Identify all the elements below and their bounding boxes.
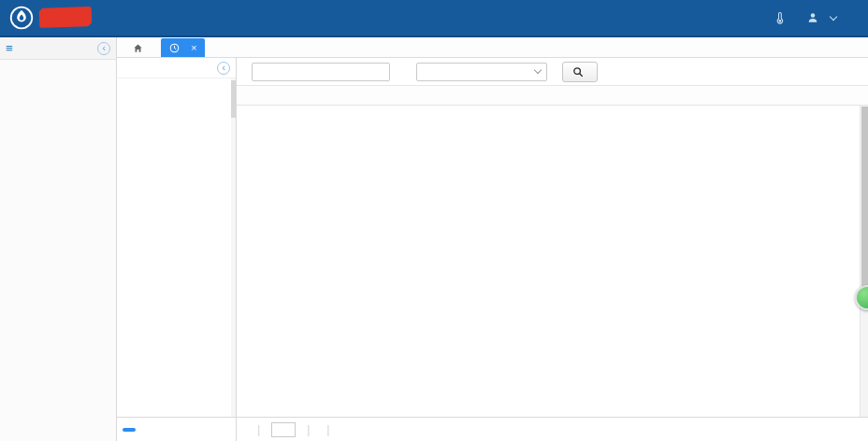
clock-icon (169, 43, 180, 53)
sidebar-header: ≡ ‹ (0, 37, 116, 60)
sidebar-collapse-button[interactable]: ‹ (97, 42, 110, 55)
start-time-field (252, 63, 390, 81)
company-flame-logo-icon (9, 6, 34, 30)
navigation-sidebar: ≡ ‹ (0, 37, 117, 441)
start-time-input[interactable] (253, 66, 390, 78)
temperature-indicator (774, 12, 790, 24)
content-area (237, 58, 868, 417)
user-icon (807, 12, 818, 23)
tab-problem-data[interactable]: × (161, 38, 205, 57)
close-icon[interactable]: × (191, 42, 196, 53)
tree-scrollbar[interactable] (231, 78, 236, 417)
search-icon (572, 66, 584, 78)
problem-table-body (237, 106, 868, 417)
redacted-company-name (39, 8, 91, 28)
home-icon (133, 43, 143, 53)
community-tree (117, 78, 236, 417)
thermometer-icon (774, 12, 786, 24)
menu-icon: ≡ (6, 41, 13, 55)
page-number-input[interactable] (271, 422, 296, 437)
app-window: ≡ ‹ × (0, 0, 868, 441)
alarm-type-select[interactable] (416, 63, 547, 81)
query-button[interactable] (562, 62, 598, 82)
filter-bar (237, 58, 868, 86)
top-header-bar (0, 0, 868, 37)
chevron-down-icon (830, 12, 837, 20)
table-header-row (237, 86, 868, 106)
tree-footer-tabs (117, 418, 237, 441)
tab-bar: × (117, 37, 868, 58)
user-menu[interactable] (807, 12, 836, 23)
tab-community-list[interactable] (123, 428, 136, 432)
pagination: | | | (237, 422, 335, 437)
tree-collapse-button[interactable]: ‹ (217, 62, 230, 75)
community-tree-panel: ‹ (117, 58, 237, 417)
bottom-bar: | | | (117, 417, 868, 441)
chevron-down-icon (534, 66, 542, 74)
table-scrollbar[interactable] (860, 106, 868, 417)
tab-home[interactable] (124, 38, 155, 57)
